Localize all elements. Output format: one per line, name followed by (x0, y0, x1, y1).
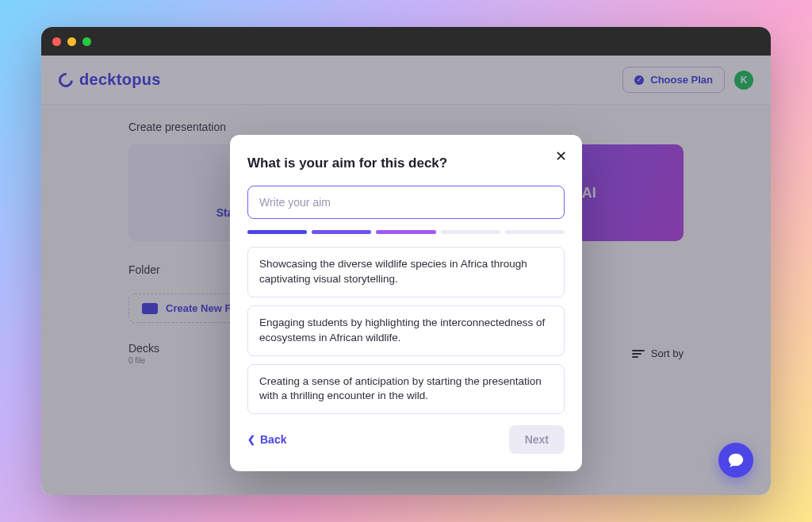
modal-actions: ❮ Back Next (247, 425, 565, 454)
window-maximize-dot[interactable] (82, 37, 91, 46)
aim-modal: ✕ What is your aim for this deck? Showca… (230, 135, 582, 471)
browser-window: decktopus ✓ Choose Plan K Create present… (41, 27, 771, 495)
chevron-left-icon: ❮ (247, 434, 255, 445)
modal-overlay: ✕ What is your aim for this deck? Showca… (41, 56, 771, 495)
macos-titlebar (41, 27, 771, 56)
close-icon[interactable]: ✕ (552, 148, 569, 165)
modal-title: What is your aim for this deck? (247, 155, 565, 171)
chat-fab[interactable] (718, 443, 753, 478)
aim-option[interactable]: Creating a sense of anticipation by star… (247, 364, 565, 415)
progress-segment (247, 230, 307, 234)
back-label: Back (260, 433, 286, 446)
progress-segment (312, 230, 371, 234)
progress-segment (505, 230, 565, 234)
aim-option[interactable]: Showcasing the diverse wildlife species … (247, 247, 565, 297)
app-surface: decktopus ✓ Choose Plan K Create present… (41, 56, 771, 495)
back-button[interactable]: ❮ Back (247, 433, 286, 446)
next-button[interactable]: Next (509, 425, 565, 454)
window-minimize-dot[interactable] (67, 37, 76, 46)
progress-segment (376, 230, 435, 234)
chat-icon (727, 451, 745, 469)
progress-bar (247, 230, 565, 234)
window-close-dot[interactable] (52, 37, 61, 46)
aim-option[interactable]: Engaging students by highlighting the in… (247, 305, 565, 356)
progress-segment (441, 230, 500, 234)
aim-input[interactable] (247, 186, 565, 219)
